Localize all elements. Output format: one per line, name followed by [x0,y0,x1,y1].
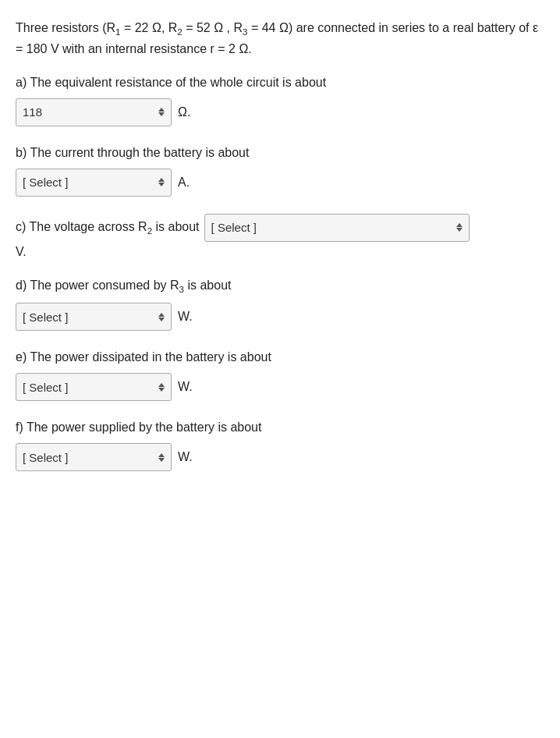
part-f: f) The power supplied by the battery is … [16,418,544,471]
part-f-select-text: [ Select ] [23,451,154,464]
arrow-down-icon [158,458,165,462]
part-e-arrow [158,383,165,392]
part-e-select[interactable]: [ Select ] [16,373,172,401]
part-c-select-text: [ Select ] [211,219,452,237]
problem-statement: Three resistors (R1 = 22 Ω, R2 = 52 Ω , … [16,19,544,59]
part-a-row: 118 Ω. [16,98,544,126]
part-c-select[interactable]: [ Select ] [204,214,470,242]
part-c-unit: V. [16,245,27,258]
part-b-row: [ Select ] A. [16,169,544,197]
part-e-row: [ Select ] W. [16,373,544,401]
part-d-select-text: [ Select ] [23,310,154,324]
part-c-arrow [456,223,463,232]
part-c-label: c) The voltage across R2 is about [ Sele… [16,214,544,242]
part-e-label: e) The power dissipated in the battery i… [16,348,544,367]
part-b-select[interactable]: [ Select ] [16,169,172,197]
part-f-row: [ Select ] W. [16,443,544,471]
arrow-up-icon [158,108,165,112]
arrow-down-icon [456,228,463,232]
part-a-label: a) The equivalent resistance of the whol… [16,73,544,92]
part-a-unit: Ω. [178,105,190,119]
part-e-unit: W. [178,380,193,394]
arrow-up-icon [456,223,463,227]
part-c: c) The voltage across R2 is about [ Sele… [16,214,544,259]
arrow-down-icon [158,112,165,116]
part-d-unit: W. [178,310,193,324]
arrow-up-icon [158,383,165,387]
part-e: e) The power dissipated in the battery i… [16,348,544,401]
part-f-arrow [158,453,165,462]
part-b-arrow [158,178,165,186]
part-a-arrow [158,108,165,116]
part-d-label: d) The power consumed by R3 is about [16,276,544,296]
part-b-label: b) The current through the battery is ab… [16,144,544,162]
part-f-unit: W. [178,450,193,464]
part-d-arrow [158,313,165,321]
arrow-down-icon [158,318,165,321]
part-d-select[interactable]: [ Select ] [16,303,172,331]
part-b: b) The current through the battery is ab… [16,144,544,197]
part-c-unit-row: V. [16,245,544,259]
part-e-select-text: [ Select ] [23,381,154,394]
arrow-down-icon [158,183,165,186]
arrow-up-icon [158,178,165,182]
part-f-select[interactable]: [ Select ] [16,443,172,471]
part-a-select[interactable]: 118 [16,98,172,126]
part-f-label: f) The power supplied by the battery is … [16,418,544,437]
part-d: d) The power consumed by R3 is about [ S… [16,276,544,331]
arrow-up-icon [158,453,165,457]
part-b-select-text: [ Select ] [23,176,154,189]
part-a-value: 118 [23,105,154,119]
arrow-up-icon [158,313,165,317]
part-a: a) The equivalent resistance of the whol… [16,73,544,126]
part-d-row: [ Select ] W. [16,303,544,331]
arrow-down-icon [158,388,165,392]
part-b-unit: A. [178,176,190,190]
